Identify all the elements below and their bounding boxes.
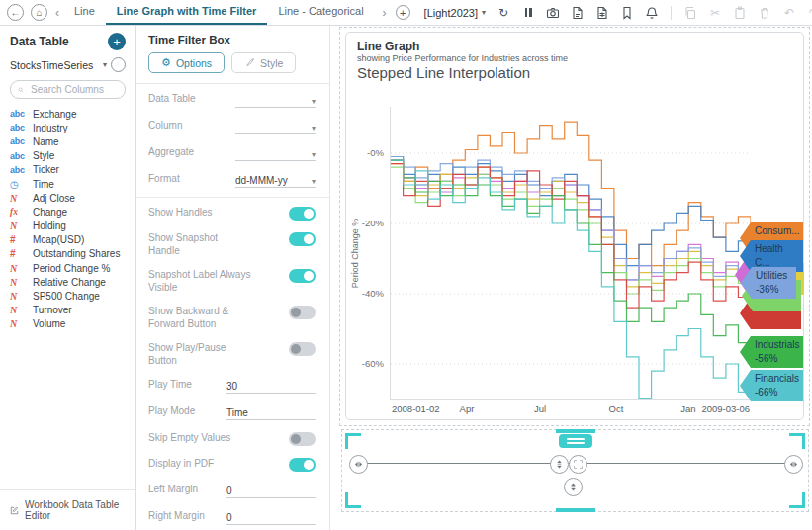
chevron-down-icon[interactable]: ▾ [103, 60, 107, 69]
chart-heading: Stepped Line Interpolation [357, 64, 530, 81]
column-item[interactable]: NVolume [0, 317, 135, 331]
tab-style[interactable]: Style [231, 52, 296, 73]
export-pdf-button[interactable] [570, 5, 586, 21]
refresh-button[interactable]: ↻ [496, 5, 511, 21]
series-line[interactable] [391, 157, 751, 280]
column-item[interactable]: NSP500 Change [0, 289, 135, 303]
add-sheet-button[interactable]: + [396, 5, 410, 20]
snapshot-label[interactable]: Utilities-36% [741, 267, 796, 299]
column-item[interactable]: NRelative Change [0, 275, 135, 289]
sheet-tab[interactable]: Line Graph with Time Filter [106, 0, 268, 25]
column-item[interactable]: #Mcap(USD) [0, 233, 135, 247]
play-time-input[interactable] [226, 381, 316, 392]
workbook-data-table-editor[interactable]: Workbook Data Table Editor [0, 489, 135, 530]
sheet-tab[interactable]: Line [63, 0, 106, 25]
resize-handle[interactable] [564, 478, 583, 496]
column-label: Holding [33, 221, 66, 231]
show-backward-forward-button-toggle[interactable] [289, 306, 316, 319]
column-item[interactable]: abcExchange [0, 107, 135, 121]
redo-button[interactable]: ↷ [806, 5, 812, 21]
column-item[interactable]: ◷Time [0, 177, 135, 191]
tabs-scroll-left-icon[interactable]: ‹ [55, 6, 59, 20]
y-tick-label: -20% [346, 218, 384, 228]
num-type-icon: N [10, 305, 27, 315]
column-item[interactable]: #Outstanding Shares [0, 247, 135, 261]
setting-row: Show Handles [136, 200, 329, 225]
copy-button[interactable] [682, 5, 698, 21]
right-margin-input[interactable] [226, 512, 316, 523]
data-table-name[interactable]: StocksTimeSeries [10, 59, 99, 71]
series-value: -56% [755, 352, 799, 366]
column-item[interactable]: NTurnover [0, 304, 135, 317]
setting-row: Snapshot Label Always Visible [136, 262, 329, 299]
plus-icon: + [400, 7, 406, 19]
snapshot-button[interactable] [545, 5, 561, 21]
y-tick-label: -0% [346, 147, 384, 158]
edit-data-table-button[interactable] [111, 57, 126, 72]
skip-empty-values-toggle[interactable] [289, 432, 316, 446]
search-columns-input[interactable] [29, 83, 118, 96]
time-filter-box[interactable] [341, 429, 809, 512]
bookmark-button[interactable] [619, 5, 635, 21]
left-margin-input[interactable] [226, 486, 316, 496]
column-label: Change [33, 207, 67, 218]
display-in-pdf-toggle[interactable] [289, 458, 316, 472]
aggregate-select[interactable]: ▾ [235, 145, 316, 161]
plot-area[interactable] [390, 107, 751, 400]
delete-button[interactable] [757, 5, 772, 21]
move-handle[interactable] [550, 455, 569, 474]
alerts-button[interactable] [644, 5, 660, 21]
column-label: Turnover [33, 305, 72, 315]
home-button[interactable]: ⌂ [31, 4, 47, 21]
column-item[interactable]: NAdj Close [0, 191, 135, 205]
paste-button[interactable] [732, 5, 748, 21]
series-line[interactable] [391, 164, 751, 287]
column-item[interactable]: abcName [0, 134, 135, 148]
edit-square-icon [10, 505, 19, 516]
column-item[interactable]: NHolding [0, 220, 135, 233]
setting-label: Aggregate [148, 145, 235, 158]
settings-title: Time Filter Box [136, 25, 329, 52]
column-item[interactable]: abcIndustry [0, 121, 135, 134]
snapshot-label-always-visible-toggle[interactable] [289, 269, 316, 283]
search-columns-box[interactable] [10, 80, 126, 99]
line-graph-part[interactable]: Line Graph showing Price Performance for… [339, 27, 810, 426]
tabs-scroll-right-icon[interactable]: › [383, 6, 387, 20]
add-data-table-button[interactable]: + [108, 33, 126, 50]
part-top-anchor [556, 429, 595, 433]
play-mode-input[interactable] [226, 407, 316, 418]
snapshot-label[interactable]: Industrials-56% [740, 336, 803, 368]
range-end-handle[interactable] [784, 455, 803, 474]
column-item[interactable]: abcTicker [0, 163, 135, 177]
camera-icon [546, 6, 560, 20]
snapshot-handle[interactable] [569, 455, 587, 474]
chevron-down-icon: ▾ [312, 150, 316, 159]
show-snapshot-handle-toggle[interactable] [289, 232, 316, 246]
column-label: Mcap(USD) [33, 234, 84, 245]
format-select[interactable]: dd-MMM-yy▾ [235, 172, 316, 188]
snapshot-label[interactable]: Financials-66% [740, 370, 803, 401]
show-handles-toggle[interactable] [289, 207, 316, 221]
select-value: dd-MMM-yy [235, 175, 288, 186]
undo-button[interactable]: ↶ [781, 5, 797, 21]
export-excel-button[interactable] [594, 5, 610, 21]
column-item[interactable]: NPeriod Change % [0, 261, 135, 275]
style-label: Style [260, 57, 283, 69]
series-line[interactable] [391, 167, 751, 294]
column-item[interactable]: fxChange [0, 205, 135, 219]
pause-button[interactable] [520, 5, 536, 21]
cut-button[interactable]: ✂ [707, 5, 723, 21]
column-item[interactable]: abcStyle [0, 149, 135, 163]
show-play-pause-button-toggle[interactable] [289, 342, 316, 356]
sheet-tab[interactable]: Line - Categorical [267, 0, 374, 25]
tab-options[interactable]: ⚙ Options [148, 52, 225, 73]
series-line[interactable] [391, 160, 751, 398]
series-line[interactable] [391, 157, 751, 266]
back-button[interactable]: ← [7, 4, 24, 21]
drag-handle-tab[interactable] [559, 434, 592, 448]
column-select[interactable]: ▾ [235, 119, 316, 134]
theme-selector[interactable]: [Light2023] ▾ [424, 7, 486, 19]
data-table-select[interactable]: ▾ [235, 92, 316, 108]
range-start-handle[interactable] [349, 455, 368, 474]
num-type-icon: N [10, 318, 27, 329]
